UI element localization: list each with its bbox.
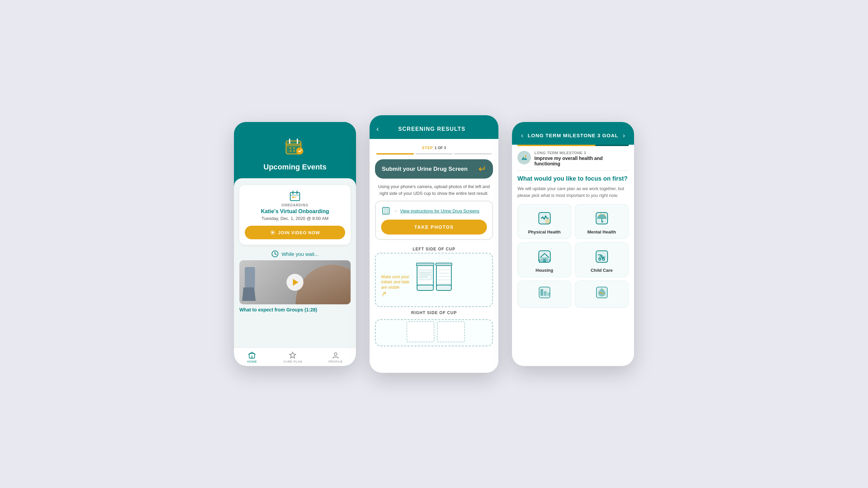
uds-instructions-link[interactable]: View instructions for Urine Drug Screens	[400, 208, 479, 214]
play-triangle	[293, 279, 298, 286]
svg-point-47	[525, 156, 527, 157]
milestone-avatar	[517, 151, 531, 164]
join-video-button[interactable]: JOIN VIDEO NOW	[245, 226, 345, 239]
play-button[interactable]	[287, 274, 303, 291]
back-button[interactable]: ‹	[376, 125, 379, 134]
nav-profile-label: PROFILE	[329, 360, 343, 363]
step-of: OF	[438, 146, 443, 150]
nav-home[interactable]: HOME	[247, 351, 257, 363]
goal-mental-health[interactable]: Mental Health	[575, 204, 629, 239]
child-care-icon	[593, 248, 610, 265]
partial-goal-1-icon	[538, 286, 551, 299]
submit-description: Using your phone's camera, upload photos…	[370, 183, 498, 201]
svg-point-53	[604, 214, 605, 215]
goal-card-partial-2[interactable]	[575, 281, 629, 308]
phone3-body: LONG TERM MILESTONE 3 Improve my overall…	[512, 146, 634, 366]
step-seg-1	[376, 153, 414, 155]
svg-rect-38	[436, 263, 452, 266]
calendar-illustration-icon	[283, 136, 307, 159]
svg-rect-22	[251, 355, 253, 358]
child-care-label: Child Care	[591, 268, 613, 273]
milestone-prev-button[interactable]: ‹	[517, 131, 527, 139]
svg-marker-23	[290, 352, 296, 358]
flask-icon	[381, 206, 391, 216]
svg-rect-69	[547, 292, 550, 296]
event-card: ONBOARDING Katie's Virtual Onboarding Tu…	[239, 185, 351, 245]
step-seg-2	[415, 153, 453, 155]
take-photos-button[interactable]: TAKE PHOTOS	[381, 220, 487, 235]
arrow-indicator: →	[393, 208, 397, 213]
calendar-icon	[290, 190, 300, 201]
join-btn-label: JOIN VIDEO NOW	[278, 230, 320, 235]
focus-question: What would you like to focus on first?	[517, 175, 629, 183]
svg-rect-67	[540, 289, 543, 296]
initials-arrow: ↱	[381, 290, 415, 298]
video-thumbnail[interactable]	[239, 260, 351, 304]
milestone-next-button[interactable]: ›	[619, 131, 629, 139]
cup-illustration	[415, 258, 453, 302]
nav-profile[interactable]: PROFILE	[329, 351, 343, 363]
svg-rect-14	[292, 197, 294, 198]
event-time: Tuesday, Dec. 1, 2020 @ 8:00 AM	[245, 216, 345, 221]
video-title: What to expect from Groups (1:28)	[239, 307, 351, 312]
phone2-header: ‹ SCREENING RESULTS	[370, 115, 498, 139]
clock-icon	[271, 250, 279, 258]
svg-point-52	[599, 215, 600, 216]
mental-health-icon	[593, 210, 610, 227]
svg-point-54	[600, 213, 601, 214]
phone1-header: Upcoming Events	[234, 122, 356, 178]
svg-rect-45	[437, 322, 465, 342]
svg-point-6	[290, 147, 291, 149]
milestone-label-text: LONG TERM MILESTONE 3	[534, 151, 629, 155]
tripod-decoration	[242, 287, 256, 301]
step-progress-bar	[376, 153, 492, 155]
focus-subtext: We will update your care plan as we work…	[517, 185, 629, 199]
star-nav-icon	[289, 351, 296, 359]
svg-rect-11	[290, 195, 300, 196]
step-current: 1	[435, 146, 437, 150]
phone3-header: ‹ LONG TERM MILESTONE 3 GOAL ›	[512, 122, 634, 145]
lamp-decoration	[245, 267, 255, 287]
housing-icon	[536, 248, 553, 265]
submit-title: Submit your Urine Drug Screen	[382, 166, 478, 172]
left-cup-label: LEFT SIDE OF CUP	[370, 247, 498, 251]
goal-card-partial-1[interactable]	[517, 281, 571, 308]
phone1-nav: HOME CARE PLAN PROFILE	[234, 348, 356, 366]
step-label: STEP 1 OF 3	[376, 144, 492, 150]
uds-instructions: → View instructions for Urine Drug Scree…	[381, 206, 487, 216]
milestone-title: LONG TERM MILESTONE 3 GOAL	[527, 133, 619, 138]
initials-note: Make sure your initials and date are vis…	[381, 274, 415, 298]
svg-rect-68	[544, 291, 547, 296]
goal-physical-health[interactable]: Physical Health	[517, 204, 571, 239]
nav-care-plan[interactable]: CARE PLAN	[283, 351, 302, 363]
goal-housing[interactable]: Housing	[517, 242, 571, 277]
milestone-description: Improve my overall health and functionin…	[534, 156, 629, 166]
housing-label: Housing	[536, 268, 553, 273]
milestone-text: LONG TERM MILESTONE 3 Improve my overall…	[534, 151, 629, 166]
svg-point-61	[549, 259, 551, 261]
physical-health-label: Physical Health	[528, 229, 560, 235]
phone1-body: ONBOARDING Katie's Virtual Onboarding Tu…	[234, 178, 356, 348]
event-card-icon	[245, 190, 345, 201]
right-cup-area	[375, 319, 493, 346]
nav-care-plan-label: CARE PLAN	[283, 360, 302, 363]
physical-health-icon	[536, 210, 553, 227]
while-wait-section: While you wait...	[239, 250, 351, 258]
svg-rect-2	[286, 143, 301, 146]
right-cup-label: RIGHT SIDE OF CUP	[370, 310, 498, 315]
upcoming-events-title: Upcoming Events	[263, 163, 327, 171]
goal-child-care[interactable]: Child Care	[575, 242, 629, 277]
phone-screening-results: ‹ SCREENING RESULTS STEP 1 OF 3 Submit y…	[370, 115, 498, 373]
nav-home-label: HOME	[247, 360, 257, 363]
left-cup-area: Make sure your initials and date are vis…	[375, 253, 493, 307]
svg-rect-31	[416, 263, 434, 266]
step-indicator: STEP 1 OF 3	[370, 139, 498, 155]
partial-goal-2-icon	[595, 286, 609, 299]
svg-line-20	[275, 254, 276, 255]
while-wait-text: While you wait...	[281, 251, 318, 257]
mental-health-label: Mental Health	[587, 229, 616, 235]
phone-upcoming-events: Upcoming Events ONBOARDING Katie's Virtu…	[234, 122, 356, 366]
svg-rect-37	[436, 285, 451, 290]
svg-rect-58	[543, 259, 546, 262]
svg-rect-49	[546, 219, 550, 223]
